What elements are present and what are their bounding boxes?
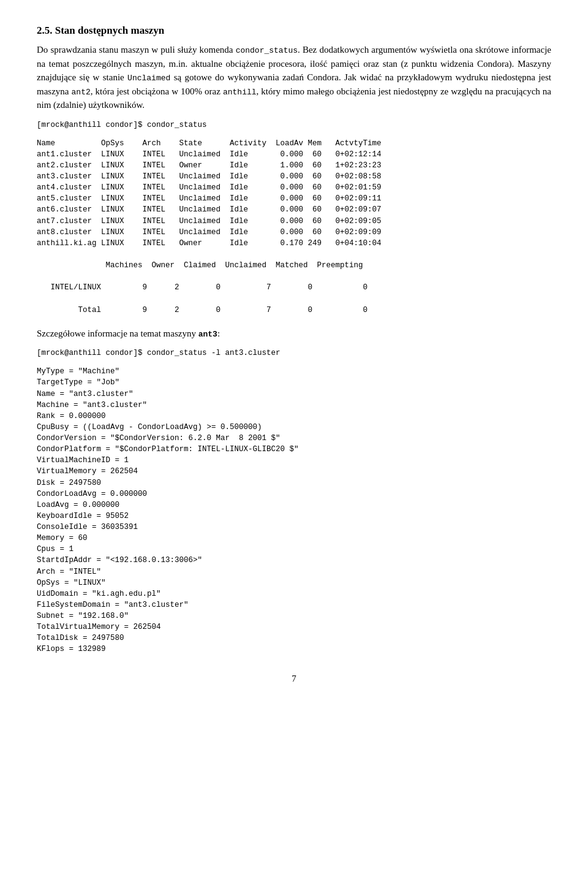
table-row-ant1: ant1.cluster LINUX INTEL Unclaimed Idle … (37, 150, 382, 248)
detail-output: MyType = "Machine" TargetType = "Job" Na… (37, 366, 551, 655)
p1-text: Do sprawdzania stanu maszyn w puli służy… (37, 45, 236, 55)
section2-text1: Szczegółowe informacje na temat maszyny (37, 329, 198, 338)
summary-intel: INTEL/LINUX 9 2 0 7 0 0 (37, 283, 368, 292)
section-title: Stan dostępnych maszyn (55, 25, 165, 36)
ant2-mention: ant2 (72, 88, 91, 97)
section-number: 2.5. (37, 25, 53, 36)
unclaimed-mention: Unclaimed (127, 74, 170, 83)
command-condor-status: [mrock@anthill condor]$ condor_status (37, 120, 551, 131)
ant3-mention: ant3 (198, 330, 217, 339)
section2-heading: Szczegółowe informacje na temat maszyny … (37, 327, 551, 341)
section2-colon: : (217, 329, 220, 338)
summary-total: Total 9 2 0 7 0 0 (37, 306, 368, 314)
status-table-output: Name OpSys Arch State Activity LoadAv Me… (37, 138, 551, 316)
page-number: 7 (37, 674, 551, 684)
command-condor-status-l: [mrock@anthill condor]$ condor_status -l… (37, 348, 551, 359)
paragraph-1: Do sprawdzania stanu maszyn w puli służy… (37, 43, 551, 112)
section-heading: 2.5. Stan dostępnych maszyn (37, 25, 551, 37)
anthill-mention: anthill (223, 88, 257, 97)
summary-header: Machines Owner Claimed Unclaimed Matched… (37, 261, 363, 270)
p1-cont3: , która jest obciążona w 100% oraz (91, 86, 223, 96)
condor-status-mention: condor_status (236, 46, 298, 55)
table-header-row: Name OpSys Arch State Activity LoadAv Me… (37, 139, 382, 148)
